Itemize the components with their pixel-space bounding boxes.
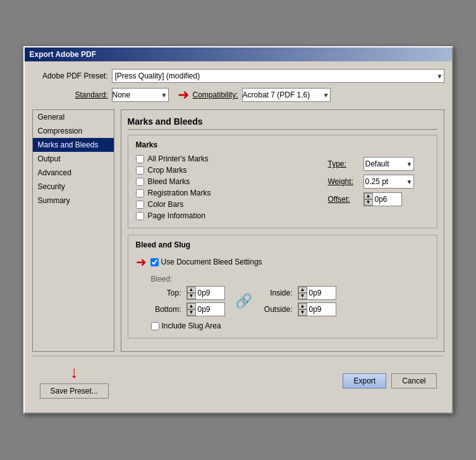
- bottom-label: Bottom:: [151, 305, 181, 314]
- arrow-right-annotation: ➜: [178, 87, 189, 103]
- registration-marks-checkbox[interactable]: [136, 189, 144, 197]
- all-printers-label: All Printer's Marks: [148, 154, 209, 163]
- arrow-down-annotation: ↓: [70, 363, 78, 382]
- compatibility-select[interactable]: Acrobat 7 (PDF 1.6): [242, 88, 331, 102]
- preset-label: Adobe PDF Preset:: [32, 71, 108, 80]
- weight-select[interactable]: 0.25 pt: [363, 175, 414, 189]
- outside-spin-up[interactable]: ▲: [298, 303, 307, 309]
- offset-row: Offset: ▲ ▼: [328, 192, 429, 206]
- sidebar-item-security[interactable]: Security: [33, 180, 114, 194]
- type-row: Type: Default ▼: [328, 157, 429, 171]
- top-input[interactable]: [196, 288, 224, 298]
- sidebar-item-summary[interactable]: Summary: [33, 194, 114, 208]
- bleed-marks-checkbox[interactable]: [136, 178, 144, 186]
- main-content: General Compression Marks and Bleeds Out…: [32, 109, 444, 352]
- bleed-right-col: Inside: ▲ ▼: [262, 286, 336, 316]
- dialog-title: Export Adobe PDF: [30, 50, 97, 59]
- sidebar-item-output[interactable]: Output: [33, 152, 114, 166]
- crop-marks-checkbox[interactable]: [136, 166, 144, 175]
- bleed-inputs-container: Top: ▲ ▼: [151, 286, 429, 316]
- inside-spin-down[interactable]: ▼: [298, 293, 307, 299]
- preset-select[interactable]: [Press Quality] (modified): [112, 69, 444, 83]
- offset-spinner-buttons: ▲ ▼: [364, 193, 373, 206]
- inside-spinner-buttons: ▲ ▼: [298, 287, 307, 299]
- weight-select-wrapper: 0.25 pt ▼: [363, 175, 414, 189]
- crop-marks-label: Crop Marks: [148, 166, 187, 175]
- marks-left: Marks All Printer's Marks Crop Marks: [136, 140, 315, 223]
- outside-input[interactable]: [307, 304, 336, 314]
- outside-spin-down[interactable]: ▼: [298, 309, 307, 316]
- outside-field-row: Outside: ▲ ▼: [262, 302, 336, 316]
- standard-compat-row: Standard: None ▼ ➜ Compatibility: Acroba…: [32, 87, 444, 103]
- outside-spinner-buttons: ▲ ▼: [298, 303, 307, 316]
- inside-label: Inside:: [262, 289, 293, 297]
- top-field-row: Top: ▲ ▼: [151, 286, 225, 300]
- bleed-slug-title: Bleed and Slug: [136, 240, 429, 249]
- color-bars-row: Color Bars: [136, 200, 315, 209]
- weight-label: Weight:: [328, 177, 360, 186]
- bottom-spin-down[interactable]: ▼: [187, 309, 196, 316]
- save-preset-area: ↓ Save Preset...: [40, 363, 109, 399]
- sidebar-item-marks-bleeds[interactable]: Marks and Bleeds: [33, 138, 114, 152]
- compatibility-label: Compatibility:: [193, 90, 238, 99]
- preset-select-wrapper: [Press Quality] (modified) ▼: [112, 69, 444, 83]
- top-label: Top:: [151, 289, 181, 297]
- inside-spin-up[interactable]: ▲: [298, 287, 307, 293]
- offset-spin-up[interactable]: ▲: [364, 193, 373, 199]
- marks-right: Type: Default ▼ Weight:: [328, 140, 429, 223]
- cancel-button[interactable]: Cancel: [391, 373, 436, 389]
- bottom-spin-up[interactable]: ▲: [187, 303, 196, 309]
- color-bars-label: Color Bars: [148, 200, 184, 209]
- sidebar: General Compression Marks and Bleeds Out…: [32, 109, 114, 352]
- save-preset-button[interactable]: Save Preset...: [40, 383, 109, 399]
- weight-row: Weight: 0.25 pt ▼: [328, 175, 429, 189]
- bleed-label: Bleed:: [151, 275, 429, 283]
- dialog-body: Adobe PDF Preset: [Press Quality] (modif…: [25, 61, 452, 413]
- all-printers-checkbox[interactable]: [136, 155, 144, 163]
- registration-marks-row: Registration Marks: [136, 189, 315, 197]
- bleed-slug-section: Bleed and Slug ➜ Use Document Bleed Sett…: [128, 235, 437, 339]
- use-doc-bleed-checkbox[interactable]: [150, 258, 159, 266]
- inside-field-row: Inside: ▲ ▼: [262, 286, 336, 300]
- chain-link-icon: 🔗: [235, 293, 252, 309]
- top-spin-down[interactable]: ▼: [187, 293, 196, 299]
- outside-spinner: ▲ ▼: [298, 302, 336, 316]
- crop-marks-row: Crop Marks: [136, 166, 315, 175]
- include-slug-checkbox[interactable]: [151, 322, 159, 330]
- bleed-marks-row: Bleed Marks: [136, 177, 315, 186]
- top-spin-up[interactable]: ▲: [187, 287, 196, 293]
- page-info-label: Page Information: [148, 211, 205, 220]
- color-bars-checkbox[interactable]: [136, 201, 144, 209]
- bottom-field-row: Bottom: ▲ ▼: [151, 302, 225, 316]
- offset-spinner: ▲ ▼: [363, 192, 402, 206]
- offset-input[interactable]: [373, 194, 401, 204]
- export-button[interactable]: Export: [343, 373, 386, 389]
- page-info-checkbox[interactable]: [136, 212, 144, 220]
- sidebar-item-general[interactable]: General: [33, 110, 114, 124]
- section-title: Marks and Bleeds: [128, 116, 437, 130]
- footer-right-buttons: Export Cancel: [343, 373, 436, 389]
- offset-spin-down[interactable]: ▼: [364, 199, 373, 206]
- type-select[interactable]: Default: [363, 157, 414, 171]
- bleed-left-col: Top: ▲ ▼: [151, 286, 225, 316]
- inside-input[interactable]: [307, 288, 336, 298]
- dialog-footer: ↓ Save Preset... Export Cancel: [32, 356, 444, 405]
- bottom-input[interactable]: [196, 304, 224, 314]
- registration-marks-label: Registration Marks: [148, 189, 211, 197]
- sidebar-item-compression[interactable]: Compression: [33, 124, 114, 138]
- use-doc-bleed-label: Use Document Bleed Settings: [161, 258, 262, 266]
- arrow-bleed-annotation: ➜: [136, 254, 147, 270]
- standard-select-wrapper: None ▼: [112, 88, 169, 102]
- bottom-spinner: ▲ ▼: [186, 302, 225, 316]
- type-select-wrapper: Default ▼: [363, 157, 414, 171]
- sidebar-item-advanced[interactable]: Advanced: [33, 166, 114, 180]
- export-pdf-dialog: Export Adobe PDF Adobe PDF Preset: [Pres…: [23, 46, 453, 414]
- type-label: Type:: [328, 159, 360, 168]
- marks-section: Marks All Printer's Marks Crop Marks: [128, 135, 437, 228]
- page-info-row: Page Information: [136, 211, 315, 220]
- top-spinner-buttons: ▲ ▼: [187, 287, 196, 299]
- include-slug-label: Include Slug Area: [162, 321, 221, 330]
- standard-select[interactable]: None: [112, 88, 169, 102]
- preset-row: Adobe PDF Preset: [Press Quality] (modif…: [32, 69, 444, 83]
- content-panel: Marks and Bleeds Marks All Printer's Mar…: [121, 109, 444, 352]
